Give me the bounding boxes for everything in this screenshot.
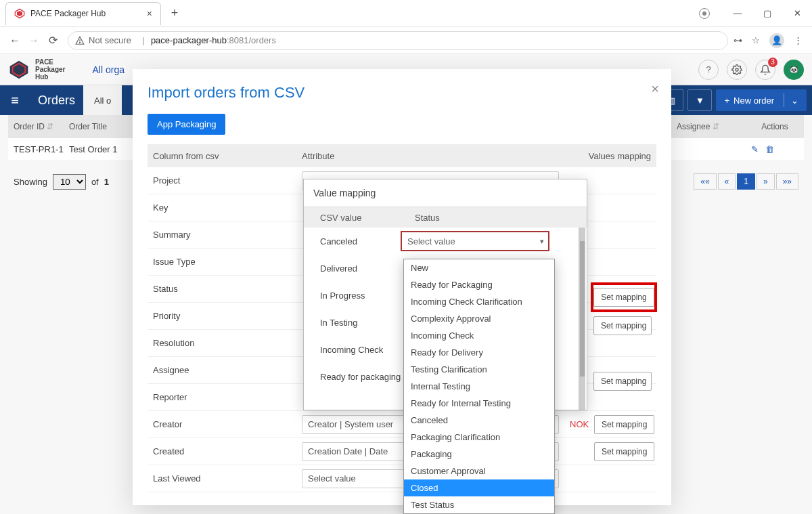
row-resolution: Resolution	[153, 338, 302, 348]
pv-rfp: Ready for packaging	[313, 372, 401, 382]
head-attr-col: Attribute	[302, 151, 570, 161]
url-port: :8081	[227, 35, 249, 45]
row-created: Created	[153, 446, 302, 456]
set-mapping-button-created[interactable]: Set mapping	[594, 442, 654, 461]
edit-icon[interactable]: ✎	[751, 144, 759, 154]
popover-title: Value mapping	[304, 179, 587, 207]
opt-incoming-check[interactable]: Incoming Check	[404, 327, 554, 344]
nav-back-icon[interactable]: ←	[5, 31, 24, 50]
browser-tab-title: PACE Packager Hub	[30, 9, 147, 18]
security-label: Not secure	[89, 35, 131, 45]
opt-packaging-clarification[interactable]: Packaging Clarification	[404, 429, 554, 446]
opt-internal-testing[interactable]: Internal Testing	[404, 378, 554, 395]
popover-head-csv: CSV value	[320, 213, 415, 223]
opt-ready-for-delivery[interactable]: Ready for Delivery	[404, 344, 554, 361]
opt-canceled[interactable]: Canceled	[404, 412, 554, 429]
help-icon[interactable]: ?	[698, 60, 719, 80]
showing-label: Showing	[14, 177, 47, 187]
row-creator: Creator	[153, 419, 302, 429]
url-host: pace-packager-hub	[151, 35, 227, 45]
new-order-button[interactable]: + New order ⌄	[716, 89, 807, 111]
star-icon[interactable]: ☆	[752, 35, 760, 45]
app-logo-icon	[8, 59, 30, 81]
chevron-down-icon[interactable]: ⌄	[791, 95, 798, 106]
window-close-icon[interactable]: ✕	[782, 0, 812, 27]
app-brand: PACEPackagerHub	[35, 58, 65, 81]
browser-tab[interactable]: PACE Packager Hub ×	[5, 2, 161, 25]
order-id-cell: TEST-PR1-1	[14, 144, 69, 154]
opt-ready-for-internal-testing[interactable]: Ready for Internal Testing	[404, 395, 554, 412]
app-packaging-chip[interactable]: App Packaging	[148, 114, 225, 135]
chrome-account-icon[interactable]	[693, 0, 723, 27]
set-mapping-button-assignee[interactable]: Set mapping	[593, 372, 652, 391]
set-mapping-button-status[interactable]: Set mapping	[593, 288, 654, 307]
svg-point-7	[736, 68, 738, 71]
row-assignee: Assignee	[153, 365, 302, 375]
svg-marker-1	[17, 11, 22, 16]
row-reporter: Reporter	[153, 392, 302, 402]
page-size-select[interactable]: 10	[53, 174, 86, 190]
settings-gear-icon[interactable]	[727, 60, 747, 80]
filter-icon[interactable]: ▼	[687, 89, 712, 111]
pv-in-progress: In Progress	[313, 291, 401, 301]
status-dropdown[interactable]: New Ready for Packaging Incoming Check C…	[403, 259, 555, 514]
opt-packaging[interactable]: Packaging	[404, 446, 554, 463]
pv-incoming-check: Incoming Check	[313, 345, 401, 355]
org-selector[interactable]: All orga	[92, 64, 124, 75]
favicon-icon	[14, 8, 25, 19]
new-order-label: New order	[734, 95, 774, 106]
page-1[interactable]: 1	[737, 173, 755, 190]
page-last[interactable]: »»	[776, 173, 798, 190]
row-summary: Summary	[153, 230, 302, 240]
all-orders-tab[interactable]: All o	[83, 85, 122, 115]
canceled-status-select[interactable]: Select value	[401, 232, 549, 251]
page-next[interactable]: »	[757, 173, 775, 190]
modal-title: Import orders from CSV	[148, 84, 656, 102]
notifications-icon[interactable]: 3	[755, 60, 775, 80]
user-avatar[interactable]: 🐼	[784, 60, 804, 80]
insecure-icon: Not secure	[75, 35, 131, 45]
profile-icon[interactable]: 👤	[769, 33, 784, 48]
modal-close-icon[interactable]: ×	[651, 81, 659, 97]
nav-forward-icon: →	[24, 31, 43, 50]
key-icon[interactable]: ⊶	[734, 35, 742, 45]
head-csv-col: Column from csv	[153, 151, 302, 161]
row-key: Key	[153, 202, 302, 213]
row-status: Status	[153, 284, 302, 294]
pv-in-testing: In Testing	[313, 318, 401, 328]
opt-testing-clarification[interactable]: Testing Clarification	[404, 361, 554, 378]
set-mapping-highlight: Set mapping	[591, 282, 657, 312]
window-maximize-icon[interactable]: ▢	[752, 0, 782, 27]
pv-canceled: Canceled	[313, 236, 401, 247]
hamburger-menu-icon[interactable]: ≡	[0, 93, 30, 108]
opt-complexity-approval[interactable]: Complexity Approval	[404, 310, 554, 327]
popover-head-status: Status	[415, 213, 440, 223]
page-first[interactable]: ««	[694, 173, 716, 190]
opt-customer-approval[interactable]: Customer Approval	[404, 463, 554, 479]
set-mapping-button-priority[interactable]: Set mapping	[593, 316, 652, 335]
opt-test-status[interactable]: Test Status	[404, 496, 554, 513]
plus-icon: +	[724, 95, 729, 106]
page-title: Orders	[30, 93, 83, 108]
page-prev[interactable]: «	[718, 173, 736, 190]
address-bar[interactable]: Not secure | pace-packager-hub:8081/orde…	[68, 31, 728, 50]
new-tab-button[interactable]: +	[165, 6, 184, 20]
window-minimize-icon[interactable]: —	[723, 0, 752, 27]
opt-closed[interactable]: Closed	[404, 479, 554, 496]
set-mapping-button-creator[interactable]: Set mapping	[594, 415, 654, 434]
pv-delivered: Delivered	[313, 263, 401, 274]
svg-point-4	[79, 42, 80, 43]
opt-ready-for-packaging[interactable]: Ready for Packaging	[404, 276, 554, 293]
nav-reload-icon[interactable]: ⟳	[43, 31, 62, 50]
nok-label: NOK	[570, 419, 594, 429]
delete-icon[interactable]: 🗑	[765, 144, 774, 154]
kebab-menu-icon[interactable]: ⋮	[794, 35, 803, 45]
opt-incoming-check-clarification[interactable]: Incoming Check Clarification	[404, 293, 554, 310]
opt-new[interactable]: New	[404, 259, 554, 276]
tab-close-icon[interactable]: ×	[147, 8, 152, 19]
notif-badge: 3	[768, 58, 777, 67]
row-issue-type: Issue Type	[153, 257, 302, 267]
row-priority: Priority	[153, 311, 302, 321]
row-project: Project	[153, 175, 302, 186]
row-last-viewed: Last Viewed	[153, 473, 302, 484]
